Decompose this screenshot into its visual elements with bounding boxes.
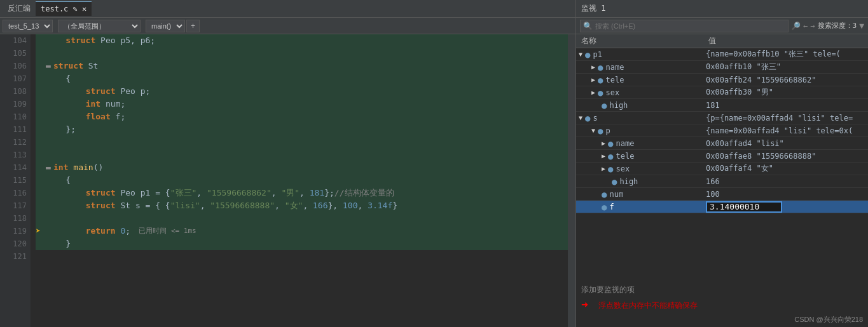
watch-row-s-num[interactable]: ● num 100	[576, 188, 868, 201]
watch-row-p1-high[interactable]: ● high 181	[576, 99, 868, 112]
editor-toolbar: test_5_13 （全局范围） main() +	[0, 18, 575, 34]
depth-dropdown-icon[interactable]: ▼	[859, 21, 864, 30]
col-name-header: 名称	[579, 36, 706, 46]
expand-s-p-name[interactable]: ▶	[602, 140, 605, 147]
code-line-120: }	[36, 237, 568, 250]
watch-name-s-p-high: ● high	[576, 177, 703, 187]
search-icon: 🔍	[583, 22, 593, 30]
code-line-112	[36, 136, 568, 149]
watch-row-p1-sex[interactable]: ▶ ● sex 0x00affb30 "男"	[576, 86, 868, 99]
expand-p1-name[interactable]: ▶	[591, 63, 595, 70]
editor-scrollbar[interactable]	[568, 34, 575, 327]
code-line-117: struct St s = { {"lisi", "15596668888", …	[36, 199, 568, 212]
dot-p1-high: ●	[602, 100, 607, 110]
dot-s-p-name: ●	[608, 138, 613, 149]
label-p1-sex: sex	[605, 88, 619, 97]
footer-text: CSDN @兴兴向荣218	[576, 312, 868, 327]
watch-name-p1-tele: ▶ ● tele	[576, 75, 703, 85]
watch-toolbar: 🔍 🔎 ← → 搜索深度：3 ▼	[576, 18, 868, 34]
nav-back-icon[interactable]: ←	[803, 22, 808, 30]
dot-s-f: ●	[602, 202, 607, 212]
watch-value-s-p: {name=0x00affad4 "lisi" tele=0x(	[703, 126, 868, 135]
dot-s-num: ●	[602, 189, 607, 199]
label-s-p: p	[605, 126, 610, 135]
watch-value-p1-high: 181	[703, 101, 868, 110]
func-select[interactable]: main()	[146, 20, 185, 32]
watch-name-p1-sex: ▶ ● sex	[576, 88, 703, 98]
watch-row-s[interactable]: ▼ ● s {p={name=0x00affad4 "lisi" tele=	[576, 112, 868, 124]
expand-s-p-sex[interactable]: ▶	[602, 165, 605, 172]
expand-p1[interactable]: ▼	[579, 51, 582, 58]
dot-s: ●	[585, 113, 590, 123]
code-line-111: };	[36, 123, 568, 136]
fold-106[interactable]: ▬	[46, 60, 53, 72]
label-s-p-sex: sex	[616, 164, 630, 173]
arrow-104	[36, 34, 46, 47]
label-s-f: f	[609, 203, 614, 211]
code-line-110: float f;	[36, 110, 568, 123]
add-watch-row[interactable]: 添加要监视的项	[576, 283, 868, 297]
watch-value-p1-sex: 0x00affb30 "男"	[703, 87, 868, 98]
label-p1-tele: tele	[605, 76, 624, 84]
dot-s-p-tele: ●	[608, 151, 613, 161]
code-line-121	[36, 250, 568, 263]
code-line-116: struct Peo p1 = {"张三", "15596668862", "男…	[36, 187, 568, 199]
watch-name-p1-name: ▶ ● name	[576, 62, 703, 72]
watch-panel: 监视 1 🔍 🔎 ← → 搜索深度：3 ▼ 名称 值 ▼ ● p1 {name=…	[575, 0, 868, 327]
editor-panel: 反汇编 test.c ✎ ✕ test_5_13 （全局范围） main() +…	[0, 0, 575, 327]
watch-row-p1-name[interactable]: ▶ ● name 0x00affb10 "张三"	[576, 61, 868, 74]
watch-value-p1-tele: 0x00affb24 "15596668862"	[703, 76, 868, 84]
code-area: 104 105 106 107 108 109 110 111 112 113 …	[0, 34, 575, 327]
search-box[interactable]: 🔍	[580, 20, 789, 32]
label-s-num: num	[609, 190, 623, 199]
watch-value-s: {p={name=0x00affad4 "lisi" tele=	[703, 114, 868, 123]
watch-value-s-p-tele: 0x00affae8 "15596668888"	[703, 152, 868, 161]
fold-114[interactable]: ▬	[46, 161, 53, 174]
watch-value-s-f[interactable]	[703, 201, 868, 213]
code-line-115: {	[36, 174, 568, 187]
watch-name-p1-high: ● high	[576, 100, 703, 110]
code-line-119: ➤ return 0; 已用时间 <= 1ms	[36, 225, 568, 237]
watch-row-s-f[interactable]: ● f	[576, 201, 868, 213]
expand-s[interactable]: ▼	[579, 114, 582, 121]
expand-p1-sex[interactable]: ▶	[591, 89, 595, 96]
nav-forward-icon[interactable]: →	[810, 22, 815, 30]
watch-value-s-p-sex: 0x00affaf4 "女"	[703, 163, 868, 174]
watch-row-s-p[interactable]: ▼ ● p {name=0x00affad4 "lisi" tele=0x(	[576, 124, 868, 137]
dot-p1-sex: ●	[598, 88, 603, 98]
label-s-p-high: high	[619, 177, 638, 186]
editor-tabs: 反汇编 test.c ✎ ✕	[0, 0, 575, 18]
watch-value-p1: {name=0x00affb10 "张三" tele=(	[703, 49, 868, 60]
annotation-arrow-icon: ➜	[581, 298, 588, 311]
tab-disassembly[interactable]: 反汇编	[3, 1, 36, 17]
dot-p1-tele: ●	[598, 75, 603, 85]
watch-row-s-p-sex[interactable]: ▶ ● sex 0x00affaf4 "女"	[576, 163, 868, 175]
watch-row-p1[interactable]: ▼ ● p1 {name=0x00affb10 "张三" tele=(	[576, 48, 868, 61]
watch-row-s-p-tele[interactable]: ▶ ● tele 0x00affae8 "15596668888"	[576, 150, 868, 163]
expand-s-p[interactable]: ▼	[591, 127, 595, 134]
watch-row-s-p-name[interactable]: ▶ ● name 0x00affad4 "lisi"	[576, 137, 868, 150]
label-s: s	[593, 114, 597, 123]
watch-row-p1-tele[interactable]: ▶ ● tele 0x00affb24 "15596668862"	[576, 74, 868, 86]
code-line-104: struct Peo p5, p6;	[36, 34, 568, 47]
value-edit-input[interactable]	[706, 201, 782, 213]
search-icon-right: 🔎	[791, 22, 801, 30]
code-line-108: struct Peo p;	[36, 85, 568, 98]
tab-testc[interactable]: test.c ✎ ✕	[36, 1, 92, 16]
code-content[interactable]: struct Peo p5, p6; ▬ struct St {	[31, 34, 568, 327]
file-select[interactable]: test_5_13	[3, 20, 53, 32]
watch-row-s-p-high[interactable]: ● high 166	[576, 175, 868, 188]
add-func-button[interactable]: +	[186, 20, 200, 32]
expand-s-p-tele[interactable]: ▶	[602, 152, 605, 159]
code-line-109: int num;	[36, 98, 568, 110]
watch-table[interactable]: ▼ ● p1 {name=0x00affb10 "张三" tele=( ▶ ● …	[576, 48, 868, 283]
label-p1-name: name	[605, 63, 624, 72]
expand-p1-tele[interactable]: ▶	[591, 76, 595, 83]
add-watch-label: 添加要监视的项	[581, 284, 635, 295]
label-p1-high: high	[609, 101, 628, 110]
watch-panel-header: 监视 1	[576, 0, 868, 18]
scope-select[interactable]: （全局范围）	[58, 20, 141, 32]
search-input[interactable]	[595, 22, 785, 30]
dot-s-p-high: ●	[612, 177, 617, 187]
dot-s-p: ●	[598, 126, 603, 136]
